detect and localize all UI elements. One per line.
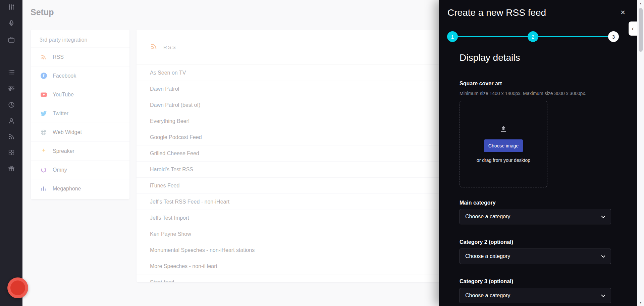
select-value: Choose a category	[465, 214, 510, 220]
scrollbar-thumb[interactable]	[639, 8, 643, 52]
choose-image-button[interactable]: Choose image	[484, 139, 523, 152]
chevron-down-icon	[601, 215, 605, 218]
category-2-select[interactable]: Choose a category	[460, 249, 611, 264]
chevron-down-icon	[601, 294, 605, 297]
scroll-down-arrow-icon[interactable]: ▼	[637, 299, 644, 306]
upload-icon	[499, 125, 507, 135]
gift-icon[interactable]	[5, 163, 17, 175]
cover-art-label: Square cover art	[460, 81, 502, 87]
select-value: Choose a category	[465, 293, 510, 299]
select-value: Choose a category	[465, 253, 510, 259]
category-2-label: Category 2 (optional)	[460, 239, 513, 245]
playlist-icon[interactable]	[5, 66, 17, 78]
app-screen: Setup 3rd party integration RSS f Facebo…	[0, 0, 644, 306]
sliders-icon[interactable]	[5, 82, 17, 94]
profile-icon[interactable]	[5, 115, 17, 127]
cover-art-dropzone[interactable]: Choose image or drag from your desktop	[460, 101, 547, 187]
record-button[interactable]	[7, 277, 28, 298]
main-category-label: Main category	[460, 200, 496, 206]
chevron-down-icon	[601, 255, 605, 258]
rss-nav-icon[interactable]	[5, 131, 17, 143]
main-category-select[interactable]: Choose a category	[460, 209, 611, 224]
drawer-collapse-handle[interactable]: ‹	[629, 21, 637, 36]
stepper: 1 2 3	[447, 31, 619, 42]
apps-grid-icon[interactable]	[5, 146, 17, 159]
microphone-icon[interactable]	[5, 17, 17, 29]
step-1[interactable]: 1	[447, 31, 458, 42]
category-3-select[interactable]: Choose a category	[460, 288, 611, 303]
page-scrollbar[interactable]: ▲ ▼	[637, 0, 644, 306]
drag-drop-hint: or drag from your desktop	[477, 158, 530, 163]
audio-levels-icon[interactable]	[5, 1, 17, 13]
nav-rail	[0, 0, 22, 306]
create-rss-feed-drawer: Create a new RSS feed × 1 2 3 Display de…	[439, 0, 637, 306]
episodes-icon[interactable]	[5, 34, 17, 46]
close-icon[interactable]: ×	[618, 7, 628, 17]
cover-art-hint: Minimum size 1400 x 1400px. Maximum size…	[460, 91, 586, 96]
step-3[interactable]: 3	[608, 31, 619, 42]
analytics-pie-icon[interactable]	[5, 99, 17, 111]
category-3-label: Category 3 (optional)	[460, 278, 513, 285]
drawer-title: Create a new RSS feed	[447, 7, 546, 18]
scroll-up-arrow-icon[interactable]: ▲	[637, 0, 644, 7]
step-2[interactable]: 2	[528, 31, 538, 42]
step-heading: Display details	[460, 52, 520, 63]
